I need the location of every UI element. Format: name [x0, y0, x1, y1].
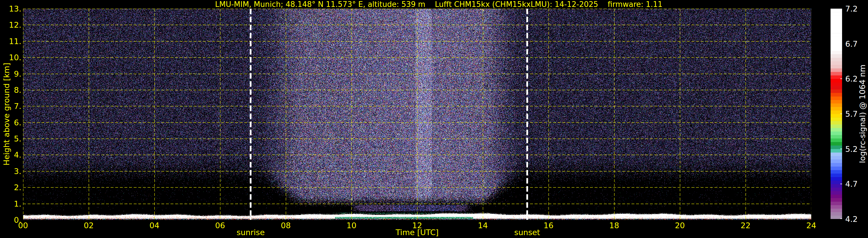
x-tick-label: 04: [150, 221, 159, 230]
sunset-label: sunset: [514, 228, 540, 237]
backscatter-heatmap-canvas: [23, 9, 811, 220]
x-tick-label: 20: [675, 221, 685, 230]
colorbar-tick-label: 6.7: [845, 39, 858, 48]
colorbar-tick-label: 4.7: [845, 179, 858, 188]
colorbar-tick-label: 5.2: [845, 144, 858, 153]
y-tick-label: 12.: [0, 21, 21, 29]
x-tick-label: 18: [609, 221, 619, 230]
y-axis-title: Height above ground [km]: [2, 63, 11, 166]
x-tick-label: 14: [478, 221, 488, 230]
y-tick-label: 6.: [0, 118, 21, 127]
colorbar-tick-label: 7.2: [845, 4, 858, 13]
x-tick-label: 24: [806, 221, 816, 230]
x-tick-label: 10: [347, 221, 356, 230]
y-tick-label: 11.: [0, 37, 21, 46]
y-tick-label: 8.: [0, 85, 21, 94]
x-tick-label: 02: [84, 221, 94, 230]
y-tick-label: 5.: [0, 134, 21, 143]
y-tick-label: 7.: [0, 102, 21, 111]
y-tick-label: 1.: [0, 199, 21, 208]
colorbar-title: log(rc-signal) @ 1064 nm: [858, 64, 867, 163]
x-tick-label: 06: [215, 221, 225, 230]
colorbar-tick-label: 4.2: [845, 215, 858, 224]
colorbar-tick-label: 6.2: [845, 75, 858, 83]
x-axis-title: Time [UTC]: [396, 228, 438, 237]
y-tick-label: 13.: [0, 4, 21, 13]
y-tick-label: 9.: [0, 69, 21, 78]
sunrise-label: sunrise: [237, 228, 265, 237]
y-tick-label: 10.: [0, 53, 21, 62]
colorbar: [831, 9, 842, 219]
colorbar-tick-label: 5.7: [845, 110, 858, 118]
x-tick-label: 00: [18, 221, 28, 230]
x-tick-label: 08: [281, 221, 291, 230]
ceilometer-quicklook-figure: LMU-MIM, Munich; 48.148° N 11.573° E, al…: [0, 0, 868, 238]
x-tick-label: 22: [741, 221, 750, 230]
y-tick-label: 2.: [0, 183, 21, 192]
y-tick-label: 3.: [0, 167, 21, 176]
figure-title: LMU-MIM, Munich; 48.148° N 11.573° E, al…: [215, 0, 662, 9]
y-tick-label: 4.: [0, 150, 21, 159]
x-tick-label: 16: [544, 221, 553, 230]
